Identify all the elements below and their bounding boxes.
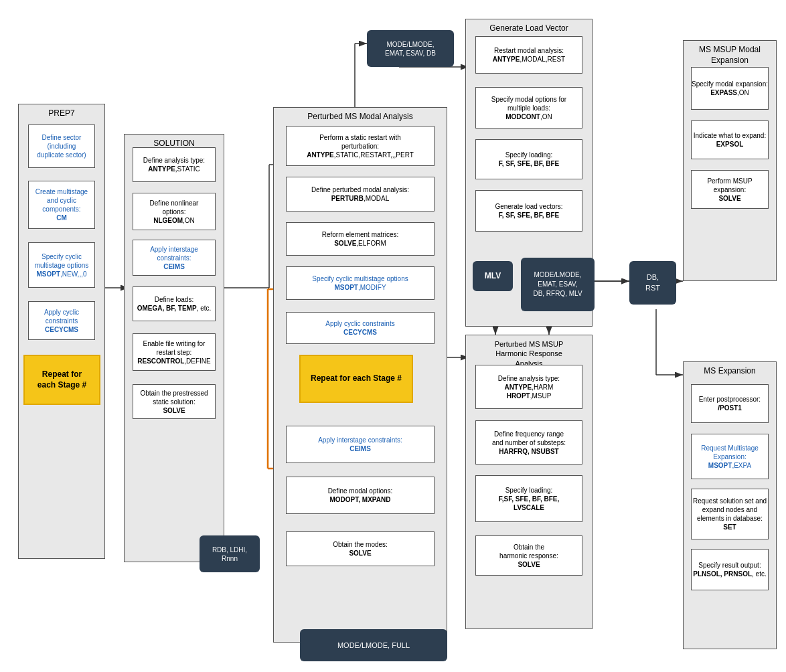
flowchart-diagram: PREP7 Define sector(includingduplicate s… (0, 0, 786, 672)
apply-interstage-ceims2-box: Apply interstage constraints:CEIMS (286, 426, 435, 463)
define-sector-box: Define sector(includingduplicate sector) (28, 124, 95, 168)
restart-modal-box: Restart modal analysis:ANTYPE,MODAL,REST (475, 36, 582, 74)
apply-cyclic-cecycms-box: Apply cyclicconstraintsCECYCMS (28, 301, 95, 340)
request-multistage-box: Request MultistageExpansion:MSOPT,EXPA (691, 434, 769, 479)
db-rst-box: DB,RST (629, 261, 676, 305)
mode-lmode-top-box: MODE/LMODE,EMAT, ESAV, DB (367, 30, 454, 67)
generate-load-vectors-box: Generate load vectors:F, SF, SFE, BF, BF… (475, 190, 582, 232)
obtain-harmonic-box: Obtain theharmonic response:SOLVE (475, 535, 582, 576)
define-modal-options-box: Define modal options:MODOPT, MXPAND (286, 477, 435, 514)
ms-msup-modal-label: MS MSUP Modal Expansion (684, 45, 776, 66)
apply-cyclic-cecycms2-box: Apply cyclic constraintsCECYCMS (286, 312, 435, 344)
define-freq-range-box: Define frequency rangeand number of subs… (475, 420, 582, 465)
prep7-label: PREP7 (19, 108, 104, 119)
repeat-stage-ms-box: Repeat for each Stage # (299, 355, 413, 403)
specify-modal-expansion-box: Specify modal expansion:EXPASS,ON (691, 67, 769, 110)
define-loads-box: Define loads:OMEGA, BF, TEMP, etc. (133, 286, 216, 321)
enable-file-writing-box: Enable file writing forrestart step:RESC… (133, 333, 216, 371)
define-analysis-harm-box: Define analysis type:ANTYPE,HARMHROPT,MS… (475, 365, 582, 409)
specify-loading2-box: Specify loading:F,SF, SFE, BF, BFE,LVSCA… (475, 475, 582, 522)
reform-element-box: Reform element matrices:SOLVE,ELFORM (286, 222, 435, 256)
enter-postprocessor-box: Enter postprocessor:/POST1 (691, 384, 769, 423)
specify-loading1-box: Specify loading:F, SF, SFE, BF, BFE (475, 139, 582, 179)
generate-load-label: Generate Load Vector (466, 23, 592, 34)
perturbed-ms-label: Perturbed MS Modal Analysis (274, 112, 447, 122)
perform-static-restart-box: Perform a static restart withperturbatio… (286, 126, 435, 166)
apply-interstage-ceims1-box: Apply interstageconstraints:CEIMS (133, 240, 216, 276)
specify-result-output-box: Specify result output:PLNSOL, PRNSOL, et… (691, 549, 769, 590)
create-multistage-box: Create multistageand cycliccomponents:CM (28, 181, 95, 229)
obtain-prestressed-box: Obtain the prestressedstatic solution:SO… (133, 384, 216, 419)
specify-modal-options-mult-box: Specify modal options formultiple loads:… (475, 87, 582, 129)
mode-lmode-full-box: MODE/LMODE, FULL (300, 629, 447, 661)
repeat-stage-prep7-box: Repeat foreach Stage # (23, 355, 100, 405)
mlv-box: MLV (473, 261, 513, 291)
mode-lmode-emat-box: MODE/LMODE,EMAT, ESAV,DB, RFRQ, MLV (521, 258, 595, 311)
indicate-expand-box: Indicate what to expand:EXPSOL (691, 120, 769, 159)
define-analysis-static-box: Define analysis type:ANTYPE,STATIC (133, 147, 216, 182)
request-solution-set-box: Request solution set andexpand nodes and… (691, 489, 769, 539)
rdb-ldhi-box: RDB, LDHI,Rnnn (200, 535, 260, 572)
perform-msup-expansion-box: Perform MSUP expansion:SOLVE (691, 170, 769, 209)
obtain-modes-box: Obtain the modes:SOLVE (286, 531, 435, 566)
ms-expansion-label: MS Expansion (684, 366, 776, 377)
define-perturbed-modal-box: Define perturbed modal analysis:PERTURB,… (286, 177, 435, 212)
define-nonlinear-box: Define nonlinearoptions:NLGEOM,ON (133, 193, 216, 230)
specify-cyclic-ms-box: Specify cyclicmultistage optionsMSOPT,NE… (28, 242, 95, 288)
perturbed-ms-msup-label: Perturbed MS MSUPHarmonic ResponseAnalys… (466, 339, 592, 368)
specify-cyclic-ms-modify-box: Specify cyclic multistage optionsMSOPT,M… (286, 266, 435, 300)
